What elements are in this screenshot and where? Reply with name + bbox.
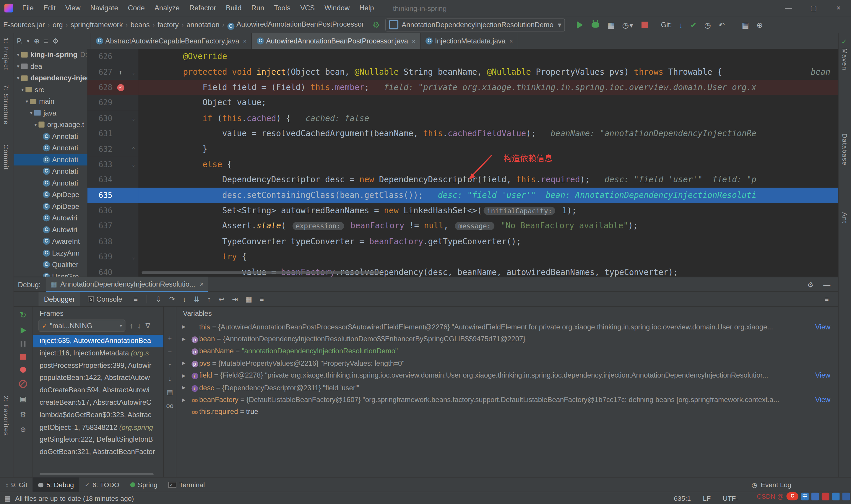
code-line[interactable]: 627↑⌄ protected void inject(Object bean,… bbox=[88, 64, 838, 79]
caret-position[interactable]: 635:1 bbox=[674, 494, 691, 502]
code-text[interactable]: desc.setContainingClass(bean.getClass())… bbox=[138, 187, 838, 203]
menu-item-tools[interactable]: Tools bbox=[269, 0, 295, 16]
tool-button-spring[interactable]: Spring bbox=[125, 478, 163, 492]
debug-session-tab[interactable]: ▦ AnnotationDependencyInjectionResolutio… bbox=[46, 277, 208, 292]
code-line[interactable]: 628✓ Field field = (Field) this.member; … bbox=[88, 80, 838, 95]
rerun-icon[interactable]: ↻ bbox=[19, 310, 26, 320]
frame-item[interactable]: createBean:517, AbstractAutowireC bbox=[33, 397, 163, 409]
close-tab-icon[interactable]: × bbox=[509, 38, 513, 44]
tool-window-button-database[interactable]: Database bbox=[841, 133, 848, 166]
variable-row[interactable]: ▶ppvs = {MutablePropertyValues@2216} "Pr… bbox=[176, 357, 838, 369]
profiler-button[interactable]: ◷ bbox=[622, 20, 629, 29]
evaluate-grid-icon[interactable]: ▦ bbox=[242, 295, 256, 303]
close-tab-icon[interactable]: × bbox=[243, 38, 247, 44]
menu-item-analyze[interactable]: Analyze bbox=[149, 0, 184, 16]
code-text[interactable]: @Override bbox=[138, 49, 838, 64]
frame-item[interactable]: inject:635, AutowiredAnnotationBea bbox=[33, 335, 163, 347]
frame-item[interactable]: doCreateBean:594, AbstractAutowi bbox=[33, 384, 163, 397]
code-text[interactable]: try { bbox=[138, 249, 838, 265]
tree-expand-icon[interactable]: ▾ bbox=[15, 75, 21, 80]
duplicate-icon[interactable]: ▤ bbox=[167, 389, 173, 396]
file-encoding[interactable]: UTF- bbox=[723, 494, 738, 502]
menu-item-help[interactable]: Help bbox=[355, 0, 379, 16]
menu-item-vcs[interactable]: VCS bbox=[295, 0, 320, 16]
code-text[interactable]: value = beanFactory.resolveDependency(de… bbox=[138, 265, 838, 276]
code-editor[interactable]: 626 @Override627↑⌄ protected void inject… bbox=[88, 49, 838, 276]
code-line[interactable]: 630⌄ if (this.cached) { cached: false bbox=[88, 110, 838, 126]
minimize-button[interactable]: — bbox=[776, 0, 801, 16]
tree-expand-icon[interactable]: ▾ bbox=[15, 52, 21, 57]
tool-window-button-7-structure[interactable]: 7: Structure bbox=[2, 85, 10, 125]
tool-button-5-debug[interactable]: 5: Debug bbox=[33, 478, 79, 492]
gear-icon[interactable]: ⚙ bbox=[20, 410, 26, 419]
view-link[interactable]: View bbox=[812, 323, 838, 331]
stop-icon[interactable] bbox=[20, 354, 26, 360]
tool-window-button-maven[interactable]: Maven bbox=[841, 48, 848, 70]
variable-row[interactable]: oothis.required = true bbox=[176, 406, 838, 418]
step-over-icon[interactable]: ↷ bbox=[165, 295, 179, 303]
tree-expand-icon[interactable]: ▾ bbox=[19, 87, 25, 92]
fold-icon[interactable]: ⌃ bbox=[129, 146, 138, 152]
variable-expand-icon[interactable]: ▶ bbox=[182, 324, 190, 329]
code-text[interactable]: Assert.state( expression: beanFactory !=… bbox=[138, 218, 838, 234]
variable-row[interactable]: ▶pbean = {AnnotationDependencyInjectionR… bbox=[176, 333, 838, 345]
frames-scrollbar[interactable] bbox=[40, 473, 153, 475]
git-update-icon[interactable]: ↓ bbox=[679, 20, 683, 29]
move-down-icon[interactable]: ↓ bbox=[168, 375, 171, 382]
gutter-icon-slot[interactable]: ↑ bbox=[112, 68, 129, 76]
tree-item[interactable]: CAnnotati bbox=[14, 142, 88, 154]
tab-console[interactable]: ≥ Console bbox=[83, 292, 128, 306]
tree-item[interactable]: ▾dea bbox=[14, 60, 88, 72]
editor-gutter[interactable]: 632⌃ bbox=[88, 141, 139, 157]
step-into-icon[interactable]: ↓ bbox=[179, 295, 190, 303]
tree-item[interactable]: CQualifier bbox=[14, 259, 88, 270]
editor-gutter[interactable]: 636 bbox=[88, 203, 139, 218]
code-line[interactable]: 638 TypeConverter typeConverter = beanFa… bbox=[88, 234, 838, 249]
close-icon[interactable]: × bbox=[200, 280, 204, 288]
event-log-button[interactable]: ◷ Event Log bbox=[752, 481, 851, 489]
code-text[interactable]: TypeConverter typeConverter = beanFactor… bbox=[138, 234, 838, 249]
run-to-cursor-icon[interactable]: ⇥ bbox=[228, 295, 242, 303]
tree-expand-icon[interactable]: ▾ bbox=[33, 122, 38, 127]
trace-settings-icon[interactable]: ≡ bbox=[256, 295, 268, 303]
breadcrumb-item[interactable]: springframework bbox=[69, 21, 124, 29]
tree-item[interactable]: CAnnotati bbox=[14, 177, 88, 189]
hide-panel-icon[interactable]: — bbox=[823, 281, 830, 289]
variable-row[interactable]: ▶fdesc = {DependencyDescriptor@2311} "fi… bbox=[176, 381, 838, 394]
frame-item[interactable]: lambda$doGetBean$0:323, Abstrac bbox=[33, 409, 163, 421]
code-text[interactable]: Field field = (Field) this.member; field… bbox=[138, 80, 838, 95]
hamburger-icon[interactable]: ≡ bbox=[130, 295, 142, 303]
editor-gutter[interactable]: 640 bbox=[88, 265, 139, 276]
view-link[interactable]: View bbox=[812, 396, 838, 404]
variable-expand-icon[interactable]: ▶ bbox=[182, 336, 190, 342]
tree-item[interactable]: CAnnotati bbox=[14, 165, 88, 177]
frame-item[interactable]: doGetBean:321, AbstractBeanFactor bbox=[33, 446, 163, 458]
tree-item[interactable]: ▾src bbox=[14, 84, 88, 95]
menu-item-edit[interactable]: Edit bbox=[38, 0, 60, 16]
editor-tab[interactable]: CAutowiredAnnotationBeanPostProcessor.ja… bbox=[252, 33, 421, 49]
editor-gutter[interactable]: 633⌄ bbox=[88, 157, 139, 172]
git-history-icon[interactable]: ◷ bbox=[704, 20, 711, 29]
code-line[interactable]: 637 Assert.state( expression: beanFactor… bbox=[88, 218, 838, 234]
variable-row[interactable]: ▶oobeanFactory = {DefaultListableBeanFac… bbox=[176, 394, 838, 406]
menu-item-navigate[interactable]: Navigate bbox=[85, 0, 123, 16]
breadcrumb-item[interactable]: beans bbox=[129, 21, 151, 29]
tree-item[interactable]: ▾main bbox=[14, 95, 88, 107]
frame-item[interactable]: getObject:-1, 758348212 (org.spring bbox=[33, 421, 163, 434]
code-text[interactable]: if (this.cached) { cached: false bbox=[138, 110, 838, 126]
menu-item-view[interactable]: View bbox=[60, 0, 85, 16]
step-out-icon[interactable]: ↑ bbox=[204, 295, 215, 303]
gutter-icon-slot[interactable]: ✓ bbox=[112, 83, 129, 92]
tool-button-9-git[interactable]: ↕9: Git bbox=[0, 478, 33, 492]
menu-item-build[interactable]: Build bbox=[221, 0, 247, 16]
frame-item[interactable]: populateBean:1422, AbstractAutow bbox=[33, 372, 163, 384]
tree-item[interactable]: CAnnotati bbox=[14, 154, 88, 165]
tool-button-terminal[interactable]: >_Terminal bbox=[163, 478, 210, 492]
tool-window-button-ant[interactable]: Ant bbox=[841, 212, 848, 223]
tree-item[interactable]: ▾java bbox=[14, 107, 88, 119]
mute-breakpoints-icon[interactable] bbox=[19, 380, 27, 388]
show-execution-point-icon[interactable]: ⇩ bbox=[152, 295, 165, 303]
maximize-button[interactable]: ▢ bbox=[801, 0, 826, 16]
code-line[interactable]: 632⌃ } bbox=[88, 141, 838, 157]
run-button[interactable] bbox=[577, 21, 583, 29]
